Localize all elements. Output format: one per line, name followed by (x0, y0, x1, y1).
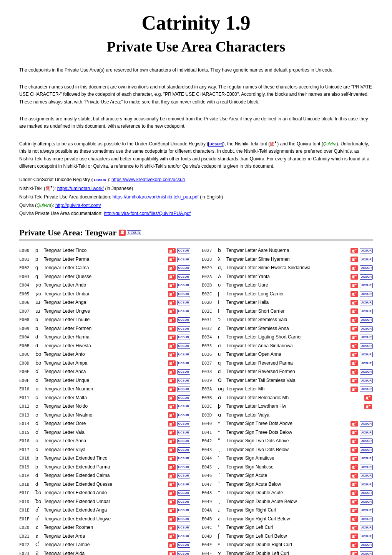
quivira-doc-link[interactable]: http://quivira-font.com/files/QuiviraPUA… (104, 211, 191, 216)
char-name: Tengwar Letter Alda (44, 550, 168, 555)
ucsur-row-badge: UCSUR (177, 473, 190, 478)
char-badges: 鷹✦UCSUR (168, 447, 190, 453)
char-code: E048 (202, 490, 218, 497)
char-badges: 鷹✦UCSUR (350, 438, 373, 444)
ucsur-row-badge: UCSUR (360, 335, 373, 340)
char-name: Tengwar Sign Three Dots Below (226, 429, 350, 436)
char-row: E02B o Tengwar Letter Uure 鷹✦UCSUR (202, 281, 373, 290)
char-name: Tengwar Letter Hwesta (44, 342, 168, 349)
char-glyph: ɑ (218, 394, 226, 402)
char-row: E047 ˋ Tengwar Sign Acute Below 鷹✦UCSUR (202, 480, 373, 488)
char-name: Tengwar Letter Reversed Formen (226, 368, 350, 375)
char-badges: 鷹✦UCSUR (168, 516, 190, 522)
char-row: E03A ɒŋ Tengwar Letter Mh 鷹✦UCSUR (202, 385, 373, 393)
char-badges: 鷹✦UCSUR (350, 369, 373, 375)
char-name: Tengwar Letter Ando (44, 282, 168, 288)
char-name: Tengwar Letter Reversed Parma (226, 360, 350, 367)
nishiki-row-badge: 鷹✦ (350, 438, 358, 444)
char-glyph: q (218, 359, 226, 367)
ucsur-row-badge: UCSUR (360, 534, 373, 539)
nishiki-doc-link[interactable]: https://umihotaru.work/nishiki-teki_pua.… (113, 194, 199, 200)
char-badges: 鷹✦UCSUR (168, 412, 190, 418)
char-name: Tengwar Letter Oore (44, 420, 168, 427)
nishiki-row-badge: 鷹✦ (168, 317, 176, 323)
char-code: E017 (19, 447, 35, 453)
char-name: Tengwar Letter Anga (44, 299, 168, 306)
quivira-link[interactable]: http://quivira-font.com/ (55, 203, 101, 208)
nishiki-row-badge: 鷹✦ (350, 525, 358, 531)
char-code: E046 (202, 473, 218, 479)
ucsur-row-badge: UCSUR (177, 326, 190, 332)
page-title: Catrinity 1.9 (19, 12, 373, 34)
char-code: E003 (19, 274, 35, 280)
char-code: E002 (19, 265, 35, 272)
nishiki-row-badge: 鷹✦ (168, 283, 176, 288)
char-name: Tengwar Letter Parma (44, 256, 168, 263)
char-glyph: Ω (218, 377, 226, 384)
char-glyph: ʺ (218, 437, 226, 445)
char-name: Tengwar Sign Left Curl Below (226, 533, 350, 540)
char-code: E01C (19, 490, 35, 497)
char-row: E038 d Tengwar Letter Reversed Formen 鷹✦… (202, 367, 373, 376)
ucsur-row-badge: UCSUR (360, 283, 373, 288)
char-row: E027 ƃ Tengwar Letter Aare Nuquerna 鷹✦UC… (202, 246, 373, 255)
nishiki-row-badge: 鷹✦ (168, 248, 176, 254)
char-name: Tengwar Letter Yanta (226, 273, 350, 280)
char-glyph: σ (218, 342, 226, 350)
char-badges: 鷹✦UCSUR (350, 447, 373, 453)
char-badges: 鷹✦UCSUR (168, 317, 190, 323)
ucsur-row-badge: UCSUR (177, 542, 190, 548)
char-row: E015 ɗ Tengwar Letter Vala 鷹✦UCSUR (19, 428, 190, 437)
char-name: Tengwar Letter Tall Stemless Vala (226, 377, 350, 384)
char-badges: 鷹✦UCSUR (168, 387, 190, 392)
ucsur-row-badge: UCSUR (177, 369, 190, 375)
char-row: E042 ʺ Tengwar Sign Two Dots Above 鷹✦UCS… (202, 437, 373, 445)
char-glyph: ˮ (218, 489, 226, 497)
char-glyph: q (35, 264, 44, 272)
char-row: E046 ˊ Tengwar Sign Acute 鷹✦UCSUR (202, 471, 373, 480)
char-row: E00B d Tengwar Letter Hwesta 鷹✦UCSUR (19, 341, 190, 350)
char-row: E00E ɗ Tengwar Letter Anca 鷹✦UCSUR (19, 367, 190, 376)
char-badges: 鷹✦UCSUR (350, 378, 373, 383)
ucsur-row-badge: UCSUR (360, 430, 373, 435)
char-badges: 鷹✦UCSUR (350, 360, 373, 366)
ucsur-link[interactable]: https://www.kreativekorp.com/ucsur/ (111, 177, 185, 182)
char-glyph: ɯ (35, 298, 44, 306)
char-code: E012 (19, 403, 35, 410)
nishiki-row-badge: 鷹✦ (168, 473, 176, 479)
ucsur-row-badge: UCSUR (177, 248, 190, 253)
char-badges: 鷹✦UCSUR (350, 473, 373, 479)
char-row: E002 q Tengwar Letter Calma 鷹✦UCSUR (19, 263, 190, 272)
char-badges: 鷹✦UCSUR (350, 525, 373, 531)
nishiki-row-badge: 鷹✦ (168, 499, 176, 505)
ucsur-row-badge: UCSUR (177, 517, 190, 522)
nishiki-row-badge: 鷹✦ (168, 533, 176, 539)
char-name: Tengwar Letter Open Anna (226, 351, 350, 358)
char-glyph: ˊ (218, 472, 226, 479)
ucsur-row-badge: UCSUR (360, 378, 373, 383)
nishiki-row-badge: 鷹✦ (168, 300, 176, 306)
char-glyph: c (218, 325, 226, 332)
char-row: E010 ɒ Tengwar Letter Nuumen 鷹✦UCSUR (19, 385, 190, 393)
nishiki-row-badge: 鷹✦ (168, 395, 176, 401)
nishiki-row-badge: 鷹✦ (168, 326, 176, 332)
char-name: Tengwar Letter Mh (226, 385, 350, 392)
intro-para-1: The codepoints in the Private Use Area(s… (19, 67, 373, 74)
nishiki-row-badge: 鷹✦ (364, 395, 372, 401)
char-glyph: λ (218, 255, 226, 263)
nishiki-link[interactable]: https://umihotaru.work/ (57, 186, 104, 191)
nishiki-row-badge: 鷹✦ (168, 352, 176, 358)
char-glyph: Λ (218, 273, 226, 280)
char-name: Tengwar Letter Anca (44, 368, 168, 375)
char-code: E02B (202, 282, 218, 289)
ucsur-row-badge: UCSUR (177, 447, 190, 453)
char-row: E011 ɑ Tengwar Letter Malta 鷹✦UCSUR (19, 393, 190, 402)
char-glyph: I (218, 298, 226, 306)
nishiki-row-badge: 鷹✦ (350, 308, 358, 314)
char-glyph: ƌ (35, 420, 44, 427)
char-badges: 鷹✦UCSUR (168, 369, 190, 375)
nishiki-row-badge: 鷹✦ (350, 274, 358, 280)
char-name: Tengwar Sign Right Curl (226, 507, 350, 513)
nishiki-row-badge: 鷹✦ (350, 360, 358, 366)
char-row: E035 σ Tengwar Letter Anna Sindarinwa 鷹✦… (202, 341, 373, 350)
